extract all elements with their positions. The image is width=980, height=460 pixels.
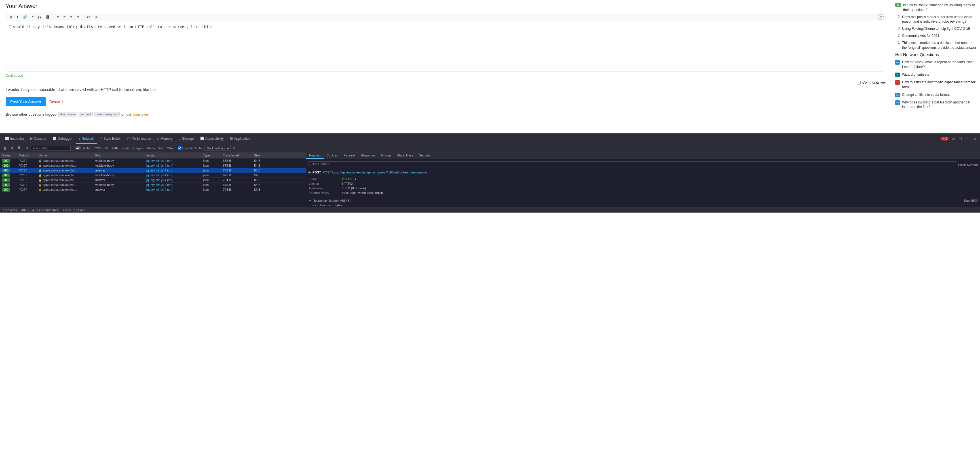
editor-body[interactable]: I wouldn't say it's impossible; drafts a… <box>6 21 886 67</box>
filter-ws[interactable]: WS <box>157 146 165 150</box>
lock-icon: 🔒 <box>38 160 42 162</box>
network-reload-button[interactable]: ↺ <box>24 146 29 151</box>
italic-button[interactable]: I <box>15 14 19 20</box>
tag-support[interactable]: support <box>78 112 93 116</box>
detail-tab-headers[interactable]: Headers <box>306 152 324 159</box>
filter-headers-input[interactable] <box>309 161 957 167</box>
bold-button[interactable]: B <box>8 14 14 20</box>
filter-xhr[interactable]: XHR <box>110 146 120 150</box>
help-button[interactable]: ? <box>878 14 884 20</box>
detail-tab-timings[interactable]: Timings <box>378 152 394 159</box>
devtools-undock-button[interactable]: ⊡ <box>958 136 963 141</box>
request-rows: 200 POST 🔒 apple.meta.stackexcha... vali… <box>0 159 306 207</box>
devtools-close-button[interactable]: ✕ <box>972 136 978 141</box>
table-row[interactable]: 200 POST 🔒 apple.meta.stackexcha... vali… <box>0 159 306 163</box>
tab-network[interactable]: ↕ Network <box>76 134 97 144</box>
filter-css[interactable]: CSS <box>93 146 103 150</box>
tab-performance[interactable]: ◯ Performance <box>124 134 154 144</box>
editor-resize-handle[interactable]: ⋯ <box>6 67 886 71</box>
tab-style-editor[interactable]: {} Style Editor <box>97 134 124 144</box>
quote-button[interactable]: ❝ <box>30 14 35 20</box>
size-text: 89 B <box>252 178 275 182</box>
tab-console[interactable]: ▶ Console <box>27 134 49 144</box>
tab-memory[interactable]: □ Memory <box>154 134 175 144</box>
filter-urls-input[interactable] <box>31 146 71 151</box>
disable-cache-checkbox[interactable] <box>178 146 181 150</box>
block-button[interactable]: Block <box>958 163 966 167</box>
method-text: POST <box>17 159 37 163</box>
undo-button[interactable]: ↩ <box>85 14 91 20</box>
hnq-text-0: How did NASA avoid a repeat of the Mars … <box>902 60 977 70</box>
discard-button[interactable]: Discard <box>49 100 63 104</box>
filter-js[interactable]: JS <box>103 146 110 150</box>
raw-label: Raw <box>964 199 970 202</box>
ask-own-link[interactable]: ask your own <box>126 112 148 116</box>
related-num-3: 2 <box>895 33 900 37</box>
table-row[interactable]: 200 POST 🔒 apple.meta.stackexcha... answ… <box>0 187 306 192</box>
tab-network-label: Network <box>82 136 94 141</box>
status-badge: 200 <box>2 188 10 192</box>
size-text: 89 B <box>252 187 275 192</box>
devtools-more-button[interactable]: ⋯ <box>965 136 970 141</box>
hnq-text-2: How to estimate electrolytic capacitance… <box>902 80 977 90</box>
type-text: json <box>201 178 221 182</box>
redo-button[interactable]: ↪ <box>93 14 99 20</box>
hnq-item-4: SE Why does invoking a bat file from ano… <box>895 100 977 110</box>
code-button[interactable]: {} <box>37 14 42 20</box>
filter-all[interactable]: All <box>75 146 81 150</box>
request-method: POST <box>312 171 321 174</box>
table-row[interactable]: 200 POST 🔒 apple.meta.stackexcha... vali… <box>0 163 306 168</box>
hnq-icon-4: SE <box>895 100 900 105</box>
image-button[interactable]: 🖼 <box>44 14 51 20</box>
table-row[interactable]: 200 POST 🔒 apple.meta.stackexcha... answ… <box>0 178 306 182</box>
table-row[interactable]: 200 POST 🔒 apple.meta.stackexcha... vali… <box>0 173 306 178</box>
filter-images[interactable]: Images <box>131 146 144 150</box>
transferred-text: 704 B <box>221 187 252 192</box>
tag-feature-request[interactable]: feature-request <box>94 112 120 116</box>
response-headers-toggle[interactable]: ▼ Response Headers (609 B) Raw <box>309 199 978 202</box>
network-search-button[interactable]: 🔍 <box>16 146 23 151</box>
response-headers-title: Response Headers (609 B) <box>313 199 350 202</box>
detail-tab-response[interactable]: Response <box>358 152 378 159</box>
detail-tab-security[interactable]: Security <box>416 152 433 159</box>
detail-tab-request[interactable]: Request <box>340 152 358 159</box>
unordered-list-button[interactable]: ≡ <box>62 14 67 20</box>
post-answer-button[interactable]: Post Your Answer <box>6 97 46 106</box>
throttle-select[interactable]: No Throttling <box>204 146 231 151</box>
domain-text: 🔒 apple.meta.stackexcha... <box>37 182 94 187</box>
col-header-type: Type <box>201 153 221 158</box>
link-button[interactable]: 🔗 <box>21 14 29 20</box>
status-row-transferred: Transferred 706 B (88 B size) <box>309 187 978 190</box>
url-arrow-icon[interactable]: ▶ <box>309 170 311 174</box>
raw-toggle-switch[interactable] <box>971 199 978 202</box>
filter-html[interactable]: HTML <box>81 146 93 150</box>
detail-tab-cookies[interactable]: Cookies <box>324 152 341 159</box>
footer-requests: 7 requests <box>2 208 17 212</box>
community-wiki-checkbox[interactable] <box>857 81 861 84</box>
filter-fonts[interactable]: Fonts <box>120 146 131 150</box>
footer-finish: Finish: 2,11 min <box>63 208 85 212</box>
ordered-list-button[interactable]: ≡ <box>55 14 60 20</box>
tab-inspector[interactable]: ⬜ Inspector <box>2 134 27 144</box>
type-text: json <box>201 182 221 187</box>
tab-accessibility[interactable]: ⬜ Accessibility <box>197 134 227 144</box>
status-badge: 200 <box>2 169 10 172</box>
filter-other[interactable]: Other <box>165 146 176 150</box>
tab-storage[interactable]: □ Storage <box>176 134 197 144</box>
filter-media[interactable]: Media <box>145 146 156 150</box>
tab-debugger[interactable]: ⬜ Debugger <box>49 134 75 144</box>
align-left-button[interactable]: ≡ <box>68 14 74 20</box>
header-name-accept-ranges: accept-ranges <box>312 203 332 207</box>
network-clear-button[interactable]: 🗑 <box>2 146 8 151</box>
size-text: 88 B <box>252 168 275 173</box>
settings-gear-icon[interactable]: ⚙ <box>232 146 235 150</box>
table-row[interactable]: 200 POST 🔒 apple.meta.stackexcha... vali… <box>0 182 306 187</box>
tab-application[interactable]: ▦ Application <box>227 134 253 144</box>
devtools-dock-button[interactable]: ⧉ <box>951 136 956 142</box>
align-right-button[interactable]: ≡ <box>75 14 81 20</box>
table-row[interactable]: 200 POST 🔒 apple.meta.stackexcha... answ… <box>0 168 306 173</box>
tag-discussion[interactable]: discussion <box>58 112 76 116</box>
detail-tab-stack-trace[interactable]: Stack Trace <box>394 152 416 159</box>
resend-button[interactable]: Resend <box>967 163 978 167</box>
network-pause-button[interactable]: ⏸ <box>10 146 15 151</box>
